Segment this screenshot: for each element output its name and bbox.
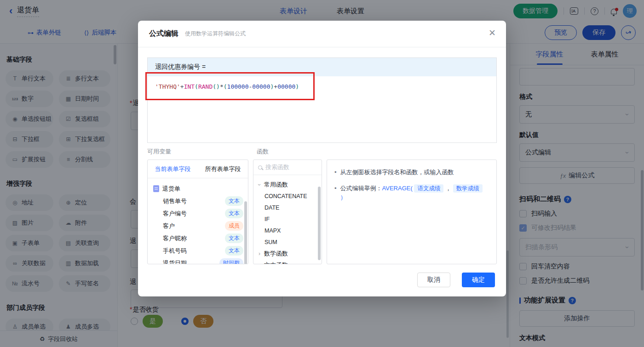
cancel-button[interactable]: 取消 <box>417 273 450 287</box>
tab-current-form-fields[interactable]: 当前表单字段 <box>148 165 198 173</box>
tab-all-form-fields[interactable]: 所有表单字段 <box>198 165 248 173</box>
formula-token: INT <box>184 83 195 90</box>
variables-label: 可用变量 <box>147 148 171 156</box>
chevron-right-icon: › <box>257 250 262 257</box>
help-tip-1: 从左侧面板选择字段名和函数，或输入函数 <box>340 168 454 177</box>
variables-panel: 当前表单字段 所有表单字段 退货单 销售单号文本客户编号文本客户成员客户昵称文本… <box>147 159 248 264</box>
confirm-button[interactable]: 确定 <box>462 273 495 287</box>
formula-token: 00000 <box>277 83 295 90</box>
modal-subtitle: 使用数学运算符编辑公式 <box>185 30 246 38</box>
formula-token: RAND <box>198 83 213 90</box>
formula-target: 退回优惠券编号 = <box>148 58 496 76</box>
formula-token: 'THYHQ' <box>155 83 180 90</box>
formula-token: * <box>220 83 224 90</box>
function-group-label: 数学函数 <box>264 250 288 258</box>
formula-editor[interactable]: 退回优惠券编号 = 'THYHQ'+INT(RAND()*(100000-000… <box>147 57 497 143</box>
function-group-collapsed[interactable]: ›数学函数 <box>257 248 318 259</box>
formula-token: ( <box>213 83 216 90</box>
function-group-label: 文本函数 <box>264 261 288 265</box>
function-item-date[interactable]: DATE <box>257 202 318 213</box>
formula-help: • 从左侧面板选择字段名和函数，或输入函数 • 公式编辑举例：AVERAGE( … <box>327 159 497 264</box>
formula-token: 100000 <box>227 83 249 90</box>
function-search[interactable]: 搜索函数 <box>253 160 322 175</box>
variable-name: 销售单号 <box>163 197 187 205</box>
example-field-chip: 语文成绩 <box>414 184 443 193</box>
variable-form-root[interactable]: 退货单 <box>153 182 243 195</box>
formula-token: + <box>180 83 184 90</box>
formula-token: ( <box>195 83 198 90</box>
variable-row[interactable]: 客户成员 <box>153 220 243 232</box>
function-item-if[interactable]: IF <box>257 213 318 225</box>
variable-row[interactable]: 客户编号文本 <box>153 207 243 220</box>
function-group-collapsed[interactable]: ›文本函数 <box>257 259 318 264</box>
functions-panel: 搜索函数 ›常用函数CONCATENATEDATEIFMAPXSUM›数学函数›… <box>253 159 322 264</box>
variable-type-badge: 文本 <box>225 209 243 218</box>
variable-type-badge: 时间戳 <box>219 258 243 264</box>
variable-row[interactable]: 手机号码文本 <box>153 245 243 257</box>
function-group-expanded[interactable]: ›常用函数 <box>257 179 318 190</box>
formula-expression[interactable]: 'THYHQ'+INT(RAND()*(100000-00000)+00000) <box>148 76 496 97</box>
formula-token: 00000 <box>252 83 270 90</box>
form-icon <box>153 185 159 192</box>
variable-row[interactable]: 客户昵称文本 <box>153 232 243 245</box>
variable-type-badge: 文本 <box>225 196 243 206</box>
function-item-sum[interactable]: SUM <box>257 236 318 248</box>
help-tip-2: 公式编辑举例：AVERAGE( 语文成绩 ， 数学成绩 ） <box>340 184 489 202</box>
formula-token: ) <box>216 83 220 90</box>
close-icon[interactable]: ✕ <box>489 28 496 37</box>
variable-name: 客户昵称 <box>163 234 187 243</box>
variable-type-badge: 文本 <box>225 233 243 243</box>
formula-token: ) <box>295 83 299 90</box>
variable-name: 客户 <box>163 222 175 230</box>
example-field-chip: 数学成绩 <box>453 184 483 193</box>
variables-scrollbar[interactable] <box>244 201 247 264</box>
formula-token: + <box>274 83 277 90</box>
variable-name: 退货日期 <box>163 259 187 265</box>
chevron-down-icon: › <box>256 182 263 187</box>
search-placeholder: 搜索函数 <box>265 163 289 171</box>
variable-row[interactable]: 销售单号文本 <box>153 195 243 207</box>
search-icon <box>258 165 262 170</box>
variable-type-badge: 文本 <box>225 246 243 256</box>
function-group-label: 常用函数 <box>264 181 288 189</box>
function-item-concatenate[interactable]: CONCATENATE <box>257 190 318 202</box>
formula-token: ( <box>224 83 227 90</box>
function-item-mapx[interactable]: MAPX <box>257 225 318 236</box>
chevron-right-icon: › <box>257 262 262 265</box>
variable-type-badge: 成员 <box>225 221 243 231</box>
formula-edit-modal: 公式编辑 使用数学运算符编辑公式 ✕ 退回优惠券编号 = 'THYHQ'+INT… <box>138 21 506 296</box>
functions-scrollbar[interactable] <box>318 187 321 260</box>
variable-row[interactable]: 退货日期时间戳 <box>153 257 243 264</box>
variable-name: 客户编号 <box>163 210 187 218</box>
variable-name: 手机号码 <box>163 247 187 255</box>
functions-label: 函数 <box>257 148 269 156</box>
modal-title: 公式编辑 <box>149 29 178 39</box>
